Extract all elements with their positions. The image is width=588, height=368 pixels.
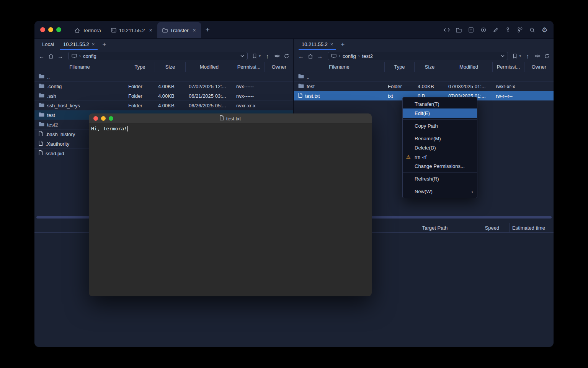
chevron-down-icon[interactable] — [501, 55, 505, 57]
column-header-type[interactable]: Type — [125, 62, 155, 72]
tab-termora[interactable]: Termora — [70, 22, 106, 38]
menu-item-label: Change Permissions... — [415, 163, 465, 169]
left-panel-tabs: Local 10.211.55.2 × + — [34, 39, 293, 50]
parent-directory-icon[interactable]: ↑ — [264, 53, 271, 59]
close-window-button[interactable] — [40, 27, 45, 32]
right-file-rows: .. test Folder 4.00KB 07/03/20 — [294, 72, 554, 101]
menu-item-rm-rf[interactable]: ⚠ rm -rf — [403, 152, 477, 161]
refresh-icon[interactable] — [284, 53, 289, 59]
menu-item-new[interactable]: New(W) › — [403, 187, 477, 196]
branch-icon[interactable] — [516, 26, 524, 34]
show-hidden-eye-icon[interactable] — [534, 53, 541, 59]
menu-separator — [403, 132, 477, 132]
file-name-cell: .ssh — [34, 93, 125, 99]
close-tab-icon[interactable]: × — [193, 28, 196, 33]
table-row[interactable]: .config Folder 4.00KB 07/02/2025 12:... … — [34, 82, 293, 91]
breadcrumb-segment[interactable]: test2 — [362, 53, 373, 59]
forward-icon[interactable]: → — [57, 53, 64, 59]
tab-label: Local — [42, 41, 54, 47]
code-icon[interactable] — [443, 26, 451, 34]
settings-icon[interactable]: ⚙ — [541, 26, 549, 34]
bookmark-dropdown-icon[interactable]: ▾ — [519, 54, 521, 58]
folder-icon[interactable] — [455, 26, 463, 34]
path-field[interactable]: › config — [68, 52, 248, 60]
table-row[interactable]: ssh_host_keys Folder 4.00KB 06/26/2025 0… — [34, 101, 293, 110]
menu-item-edit[interactable]: Edit(E) — [403, 108, 477, 118]
zoom-editor-button[interactable] — [109, 116, 113, 121]
add-panel-tab-button[interactable]: + — [102, 41, 106, 48]
parent-directory-icon[interactable]: ↑ — [524, 53, 531, 59]
file-size: 4.00KB — [155, 84, 185, 89]
minimize-editor-button[interactable] — [101, 116, 106, 121]
menu-item-transfer[interactable]: Transfer(T) — [403, 99, 477, 108]
record-icon[interactable] — [479, 26, 487, 34]
close-tab-icon[interactable]: × — [92, 42, 95, 47]
back-icon[interactable]: ← — [38, 53, 45, 59]
bookmark-icon[interactable] — [513, 53, 517, 59]
folder-icon — [162, 28, 168, 33]
breadcrumb-segment[interactable]: config — [83, 53, 96, 59]
chevron-down-icon[interactable] — [240, 55, 244, 57]
pencil-icon[interactable] — [492, 26, 500, 34]
show-hidden-eye-icon[interactable] — [274, 53, 280, 59]
document-icon[interactable] — [467, 26, 475, 34]
menu-item-label: Transfer(T) — [415, 101, 439, 107]
column-header-filename[interactable]: Filename — [34, 62, 125, 72]
file-icon — [220, 115, 224, 122]
menu-item-change-permissions[interactable]: Change Permissions... — [403, 161, 477, 171]
new-tab-button[interactable]: + — [206, 26, 210, 33]
path-field[interactable]: › config › test2 — [328, 52, 508, 60]
breadcrumb-segment[interactable]: config — [343, 53, 356, 59]
zoom-window-button[interactable] — [56, 27, 61, 32]
home-icon[interactable] — [308, 54, 313, 59]
search-icon[interactable] — [528, 26, 536, 34]
right-toolbar: ← → › config › test2 — [294, 50, 554, 62]
editor-content[interactable]: Hi, Termora! — [89, 124, 372, 133]
editor-title-text: test.txt — [226, 116, 241, 122]
column-header-owner[interactable]: Owner — [524, 62, 554, 72]
menu-item-copy-path[interactable]: Copy Path — [403, 121, 477, 130]
menu-item-refresh[interactable]: Refresh(R) — [403, 174, 477, 183]
column-header-filename[interactable]: Filename — [294, 62, 384, 72]
table-row[interactable]: test Folder 4.00KB 07/03/2025 01:... rwx… — [294, 82, 554, 91]
tab-transfer[interactable]: Transfer × — [157, 22, 201, 38]
table-row[interactable]: .. — [294, 72, 554, 82]
tab-label: Termora — [83, 28, 101, 33]
tab-remote-host[interactable]: 10.211.55.2 × — [297, 39, 338, 50]
file-type: Folder — [125, 84, 155, 89]
table-row[interactable]: .ssh Folder 4.00KB 06/21/2025 03:... rwx… — [34, 91, 293, 101]
menu-item-delete[interactable]: Delete(D) — [403, 143, 477, 152]
home-icon[interactable] — [48, 54, 54, 59]
menu-item-rename[interactable]: Rename(M) — [403, 134, 477, 143]
column-header-owner[interactable]: Owner — [265, 62, 293, 72]
column-header-permissions[interactable]: Permissi... — [233, 62, 265, 72]
column-header-modified[interactable]: Modified — [185, 62, 233, 72]
column-header-size[interactable]: Size — [414, 62, 445, 72]
back-icon[interactable]: ← — [298, 53, 304, 59]
bookmark-dropdown-icon[interactable]: ▾ — [259, 54, 261, 58]
terminal-icon — [111, 28, 116, 33]
forward-icon[interactable]: → — [317, 53, 323, 59]
add-panel-tab-button[interactable]: + — [341, 41, 345, 48]
key-icon[interactable] — [504, 26, 512, 34]
desktop: Termora 10.211.55.2 × Transfer × + — [0, 0, 588, 368]
tab-host[interactable]: 10.211.55.2 × — [106, 22, 157, 38]
breadcrumb-separator: › — [79, 54, 81, 58]
tab-remote-host[interactable]: 10.211.55.2 × — [59, 39, 99, 50]
close-tab-icon[interactable]: × — [149, 28, 152, 33]
tab-local[interactable]: Local — [38, 39, 59, 50]
file-name: ssh_host_keys — [47, 103, 80, 108]
column-header-type[interactable]: Type — [384, 62, 414, 72]
column-header-permissions[interactable]: Permissi... — [492, 62, 524, 72]
table-row[interactable]: .. — [34, 72, 293, 82]
bookmark-icon[interactable] — [252, 53, 257, 59]
close-editor-button[interactable] — [93, 116, 98, 121]
column-header-size[interactable]: Size — [155, 62, 185, 72]
file-icon — [39, 150, 43, 156]
close-tab-icon[interactable]: × — [330, 42, 333, 47]
titlebar-actions: ⚙ — [443, 21, 549, 39]
minimize-window-button[interactable] — [48, 27, 53, 32]
refresh-icon[interactable] — [544, 53, 550, 59]
file-icon — [39, 141, 43, 147]
column-header-modified[interactable]: Modified — [445, 62, 492, 72]
